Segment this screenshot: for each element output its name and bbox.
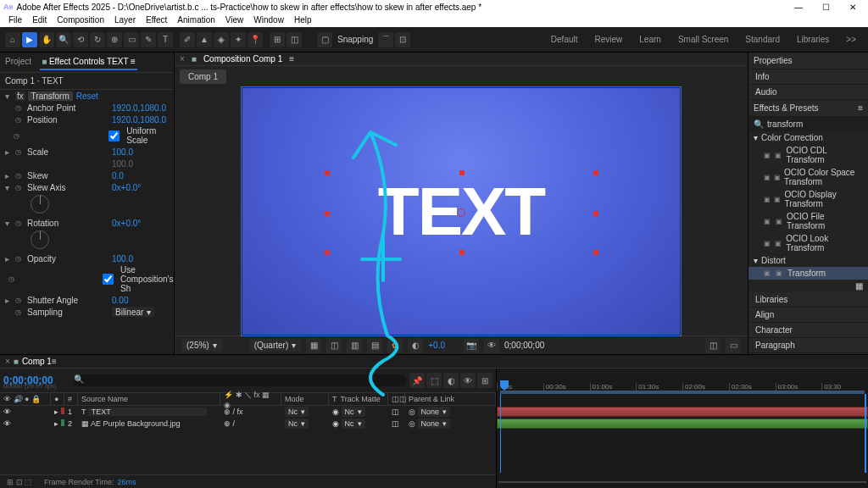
view-layout-icon[interactable]: ▭ bbox=[726, 338, 741, 353]
stopwatch-icon[interactable]: ◷ bbox=[15, 172, 24, 180]
panel-audio[interactable]: Audio bbox=[748, 85, 868, 100]
close-button[interactable]: ✕ bbox=[841, 1, 865, 13]
brush-tool[interactable]: ✐ bbox=[180, 32, 195, 47]
effect-transform[interactable]: Transform bbox=[28, 92, 73, 101]
channel-icon[interactable]: ▥ bbox=[347, 338, 362, 353]
skewaxis-dial[interactable] bbox=[31, 195, 49, 214]
panel-info[interactable]: Info bbox=[748, 69, 868, 85]
stopwatch-icon[interactable]: ◷ bbox=[15, 148, 24, 156]
menu-file[interactable]: File bbox=[5, 15, 25, 25]
workspace-review[interactable]: Review bbox=[588, 31, 630, 47]
reset-link[interactable]: Reset bbox=[76, 92, 98, 101]
stopwatch-icon[interactable]: ◷ bbox=[15, 116, 24, 124]
twirl-icon[interactable]: ▸ bbox=[5, 254, 12, 263]
layer-row-2[interactable]: 👁 ▸ 2 ▦ AE Purple Background.jpg ⊕ / Nc … bbox=[0, 418, 496, 430]
hand-tool[interactable]: ✋ bbox=[39, 32, 54, 47]
group-distort[interactable]: Distort bbox=[761, 256, 786, 265]
val-skewaxis[interactable]: 0x+0.0° bbox=[112, 183, 141, 192]
val-anchor[interactable]: 1920.0,1080.0 bbox=[112, 103, 166, 113]
matte-select[interactable]: Nc ▾ bbox=[342, 419, 365, 429]
eraser-tool[interactable]: ◈ bbox=[214, 32, 229, 47]
tl-tool-icon[interactable]: ⬚ bbox=[426, 373, 442, 388]
twirl-icon[interactable]: ▾ bbox=[5, 183, 12, 192]
twirl-icon[interactable]: ▸ bbox=[5, 147, 12, 157]
panel-effects-presets[interactable]: Effects & Presets≡ bbox=[748, 100, 868, 117]
effects-search-input[interactable] bbox=[767, 119, 868, 129]
handle-ml[interactable] bbox=[325, 211, 330, 216]
apply-icon[interactable]: ▦ bbox=[855, 281, 863, 291]
3d-icon[interactable]: ◫ bbox=[287, 32, 302, 47]
mesh-icon[interactable]: ⊞ bbox=[270, 32, 285, 47]
stopwatch-icon[interactable]: ◷ bbox=[14, 132, 20, 140]
panel-character[interactable]: Character bbox=[748, 323, 868, 338]
rect-tool[interactable]: ▭ bbox=[124, 32, 139, 47]
handle-mr[interactable] bbox=[593, 211, 598, 216]
orbit-tool[interactable]: ⟲ bbox=[73, 32, 88, 47]
panel-paragraph[interactable]: Paragraph bbox=[748, 338, 868, 353]
stopwatch-icon[interactable]: ◷ bbox=[15, 219, 24, 227]
col-parent[interactable]: Parent & Link bbox=[405, 393, 496, 405]
layer-row-1[interactable]: 👁 ▸ 1 T TEXT ⊕ / fx Nc ▾ ◉ Nc ▾ ◫ ◎ None… bbox=[0, 406, 496, 418]
draft3d-icon[interactable]: ◫ bbox=[705, 338, 721, 353]
twirl-icon[interactable]: ▾ bbox=[5, 92, 12, 101]
anchor-tool[interactable]: ⊕ bbox=[107, 32, 122, 47]
mode-select[interactable]: Nc ▾ bbox=[285, 419, 309, 429]
color-icon[interactable]: ✿ bbox=[387, 338, 403, 353]
twirl-icon[interactable]: ▾ bbox=[754, 256, 758, 265]
stopwatch-icon[interactable]: ◷ bbox=[15, 104, 24, 112]
end-marker[interactable] bbox=[865, 394, 866, 473]
preset-ocio-cdl[interactable]: OCIO CDL Transform bbox=[787, 146, 862, 164]
twirl-icon[interactable]: ▸ bbox=[54, 408, 58, 416]
preset-ocio-look[interactable]: OCIO Look Transform bbox=[786, 234, 861, 252]
val-opacity[interactable]: 100.0 bbox=[112, 254, 133, 263]
track-bar-2[interactable] bbox=[497, 419, 868, 429]
workspace-libraries[interactable]: Libraries bbox=[790, 31, 836, 47]
lock-icon[interactable]: × bbox=[5, 357, 10, 366]
handle-tl[interactable] bbox=[325, 170, 330, 175]
val-shutter[interactable]: 0.00 bbox=[112, 296, 128, 305]
menu-effect[interactable]: Effect bbox=[142, 15, 170, 25]
stopwatch-icon[interactable]: ◷ bbox=[15, 308, 24, 316]
pen-tool[interactable]: ✎ bbox=[141, 32, 156, 47]
snap-icon[interactable]: ▢ bbox=[317, 32, 332, 47]
tab-timeline-comp[interactable]: Comp 1 bbox=[22, 357, 52, 366]
zoom-slider[interactable] bbox=[498, 478, 866, 486]
selection-tool[interactable]: ▶ bbox=[22, 32, 37, 47]
grid-icon[interactable]: ▦ bbox=[306, 338, 321, 353]
snapping-label[interactable]: Snapping bbox=[337, 35, 373, 44]
menu-animation[interactable]: Animation bbox=[174, 15, 218, 25]
viewer-timecode[interactable]: 0;00;00;00 bbox=[504, 341, 544, 350]
preset-ocio-display[interactable]: OCIO Display Transform bbox=[785, 190, 861, 208]
tl-tool-icon[interactable]: ◐ bbox=[443, 373, 459, 388]
stopwatch-icon[interactable]: ◷ bbox=[15, 255, 24, 263]
preset-ocio-color[interactable]: OCIO Color Space Transform bbox=[784, 168, 861, 186]
home-tool[interactable]: ⌂ bbox=[5, 32, 20, 47]
snap-opt-icon[interactable]: ⌒ bbox=[378, 32, 393, 47]
stopwatch-icon[interactable]: ◷ bbox=[8, 275, 14, 283]
preset-transform[interactable]: Transform bbox=[787, 269, 826, 278]
exposure-value[interactable]: +0.0 bbox=[428, 341, 445, 350]
menu-view[interactable]: View bbox=[222, 15, 248, 25]
panel-properties[interactable]: Properties bbox=[748, 53, 868, 69]
menu-layer[interactable]: Layer bbox=[111, 15, 139, 25]
workarea-bar[interactable] bbox=[500, 391, 865, 394]
puppet-tool[interactable]: 📍 bbox=[248, 32, 263, 47]
maximize-button[interactable]: ☐ bbox=[814, 1, 837, 13]
group-color[interactable]: Color Correction bbox=[761, 133, 823, 142]
viewer-canvas[interactable]: TEXT bbox=[241, 86, 682, 336]
handle-bl[interactable] bbox=[325, 250, 330, 255]
exposure-icon[interactable]: ◐ bbox=[408, 338, 423, 353]
workspace-standard[interactable]: Standard bbox=[738, 31, 787, 47]
handle-tm[interactable] bbox=[459, 170, 465, 175]
track-bar-1[interactable] bbox=[497, 407, 868, 417]
val-skew[interactable]: 0.0 bbox=[112, 171, 124, 180]
tab-effect-controls[interactable]: ■ Effect Controls TEXT ≡ bbox=[40, 54, 137, 70]
layer-name-1[interactable]: TEXT bbox=[88, 408, 207, 416]
val-scale[interactable]: 100.0 bbox=[112, 147, 133, 157]
menu-window[interactable]: Window bbox=[250, 15, 287, 25]
handle-br[interactable] bbox=[593, 250, 598, 255]
mask-icon[interactable]: ◫ bbox=[326, 338, 342, 353]
roto-tool[interactable]: ✦ bbox=[231, 32, 246, 47]
snapshot-icon[interactable]: 📷 bbox=[464, 338, 479, 353]
guides-icon[interactable]: ▤ bbox=[367, 338, 382, 353]
